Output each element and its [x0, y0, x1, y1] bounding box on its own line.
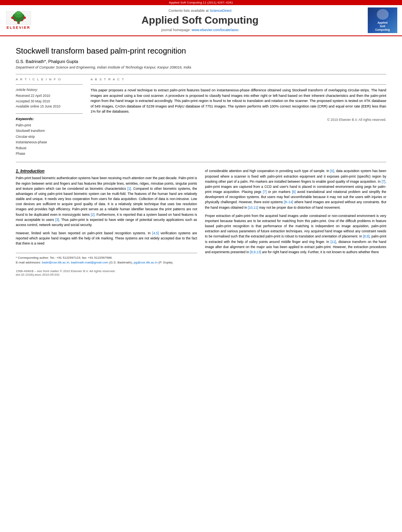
body-section: 1. Introduction Palm-print based biometr…	[16, 169, 386, 276]
received-date: Received 22 April 2010	[16, 93, 83, 99]
body-right-col: of considerable attention and high coope…	[205, 169, 387, 276]
logo-line2: Soft	[380, 24, 385, 28]
article-title: Stockwell transform based palm-print rec…	[16, 46, 386, 56]
name-2: (P. Gupta).	[158, 261, 173, 264]
ref-7[interactable]: [7]	[382, 180, 385, 184]
body-para-1: Palm-print based biometric authenticatio…	[16, 176, 197, 228]
svg-point-4	[16, 11, 21, 15]
svg-point-7	[14, 19, 16, 21]
svg-point-6	[23, 17, 26, 19]
body-para-2: However, limited work has been reported …	[16, 231, 197, 247]
journal-homepage: journal homepage: www.elsevier.com/locat…	[32, 28, 368, 32]
issn-block: 1568-4946/$ – see front matter © 2010 El…	[16, 269, 197, 276]
journal-citation: Applied Soft Computing 11 (2011) 4267–42…	[169, 1, 233, 4]
email-2[interactable]: pg@cse.iitk.ac.in	[134, 261, 158, 264]
body-para-r1: of considerable attention and high coope…	[205, 169, 387, 210]
abstract-col: A B S T R A C T This paper proposes a no…	[91, 78, 386, 156]
logo-line3: Computing	[375, 28, 390, 32]
copyright: © 2010 Elsevier B.V. All rights reserved…	[91, 118, 386, 122]
elsevier-wordmark: ELSEVIER	[7, 26, 31, 30]
article-info-abstract: A R T I C L E I N F O Article history: R…	[16, 78, 386, 156]
svg-point-5	[11, 17, 13, 19]
homepage-text: journal homepage:	[161, 28, 192, 32]
logo-line1: Applied	[378, 21, 388, 24]
keywords-label: Keywords:	[16, 117, 83, 121]
footnote-area: * Corresponding author. Tel.: +91 512259…	[16, 253, 197, 266]
abstract-label: A B S T R A C T	[91, 78, 386, 81]
divider-kw	[16, 113, 83, 114]
divider-1	[16, 74, 386, 74]
issn-line2: doi:10.1016/j.asoc.2010.05.031	[16, 273, 197, 276]
email-label: E-mail addresses:	[16, 261, 41, 264]
sciencedirect-link[interactable]: ScienceDirect	[210, 9, 232, 13]
article-history-label: Article history:	[16, 88, 83, 92]
main-content: Stockwell transform based palm-print rec…	[0, 36, 402, 280]
accepted-date: Accepted 30 May 2010	[16, 99, 83, 104]
body-left-col: 1. Introduction Palm-print based biometr…	[16, 169, 197, 276]
footnote-corresponding: * Corresponding author. Tel.: +91 512259…	[16, 256, 197, 261]
header-center: Contents lists available at ScienceDirec…	[32, 9, 368, 32]
divider-abstract	[91, 84, 386, 85]
sciencedirect-line: Contents lists available at ScienceDirec…	[32, 9, 368, 13]
kw-5: Robust	[16, 145, 83, 151]
kw-6: Phase	[16, 151, 83, 156]
ref-6[interactable]: [6]	[330, 169, 334, 173]
journal-top-bar: Applied Soft Computing 11 (2011) 4267–42…	[0, 0, 402, 5]
svg-point-8	[21, 19, 23, 21]
elsevier-tree-svg	[5, 11, 32, 25]
email-1[interactable]: badri@cse.iitk.ac.in	[42, 261, 69, 264]
logo-circle	[377, 9, 389, 20]
ref-11[interactable]: [11]	[330, 240, 336, 244]
email-1b[interactable]: badrinath.mail@gmail.com	[71, 261, 108, 264]
kw-1: Palm-print	[16, 122, 83, 128]
journal-logo-box: Applied Soft Computing	[368, 7, 397, 33]
article-info-col: A R T I C L E I N F O Article history: R…	[16, 78, 83, 156]
keywords-block: Keywords: Palm-print Stockwell transform…	[16, 117, 83, 157]
journal-title: Applied Soft Computing	[32, 14, 368, 26]
abstract-text: This paper proposes a novel technique to…	[91, 88, 386, 115]
kw-3: Circular-strip	[16, 134, 83, 139]
ref-2[interactable]: [2]	[91, 213, 94, 217]
ref-8-9[interactable]: [8,9]	[363, 234, 370, 238]
kw-2: Stockwell transform	[16, 128, 83, 133]
ref-8-14[interactable]: [8–14]	[284, 200, 293, 204]
ref-10-11[interactable]: [10,11]	[248, 206, 258, 209]
elsevier-logo: ELSEVIER	[5, 11, 32, 30]
journal-header: ELSEVIER Contents lists available at Sci…	[0, 5, 402, 36]
contents-text: Contents lists available at	[169, 9, 210, 13]
article-history-block: Article history: Received 22 April 2010 …	[16, 88, 83, 109]
ref-1[interactable]: [1]	[127, 187, 131, 191]
body-para-r2: Proper extraction of palm-print from the…	[205, 213, 387, 255]
name-1: (G.S. Badrinath),	[109, 261, 133, 264]
footnote-email: E-mail addresses: badri@cse.iitk.ac.in, …	[16, 260, 197, 265]
ref-6b[interactable]: [6]	[292, 190, 296, 194]
authors: G.S. Badrinath*, Phalguni Gupta	[16, 59, 386, 64]
ref-7b[interactable]: [7]	[263, 190, 267, 194]
article-info-label: A R T I C L E I N F O	[16, 78, 83, 81]
ref-8-9-13[interactable]: [8,9,13]	[250, 250, 261, 254]
divider-info	[16, 84, 83, 85]
kw-4: Instantaneous-phase	[16, 139, 83, 145]
intro-title: 1. Introduction	[16, 169, 197, 173]
divider-body	[16, 162, 386, 162]
ref-4-5[interactable]: [4,5]	[152, 231, 159, 235]
available-date: Available online 15 June 2010	[16, 104, 83, 109]
ref-3[interactable]: [3]	[56, 218, 59, 222]
issn-line1: 1568-4946/$ – see front matter © 2010 El…	[16, 269, 197, 273]
affiliation: Department of Computer Science and Engin…	[16, 65, 386, 69]
homepage-link[interactable]: www.elsevier.com/locate/asoc	[192, 28, 239, 32]
